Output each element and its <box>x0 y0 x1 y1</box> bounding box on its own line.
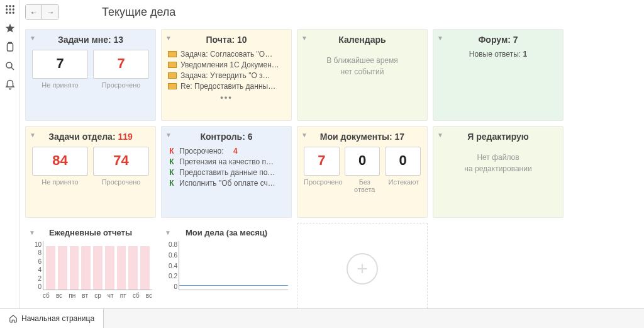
bell-icon[interactable] <box>4 79 16 91</box>
svg-point-6 <box>6 12 8 14</box>
widget-title: Почта: 10 <box>168 35 285 45</box>
plus-icon: + <box>347 253 378 285</box>
widget-tasks-dept[interactable]: ▼ Задачи отдела: 119 84 74 Не принятоПро… <box>25 126 156 218</box>
widget-title: Мои документы: 17 <box>304 132 421 142</box>
dashboard: ▼ Задачи мне: 13 7 7 Не принятоПросрочен… <box>20 24 644 308</box>
mail-item[interactable]: Задача: Утвердить "О з… <box>168 71 285 80</box>
more-icon[interactable]: ••• <box>168 93 285 102</box>
widget-title: Я редактирую <box>440 132 557 142</box>
control-row[interactable]: КИсполнить "Об оплате сч… <box>168 179 285 188</box>
svg-point-3 <box>6 8 8 10</box>
svg-point-10 <box>6 62 12 68</box>
widget-title: Мои дела (за месяц) <box>165 228 288 237</box>
empty-text: Нет файловна редактировании <box>440 152 557 174</box>
metric-not-accepted[interactable]: 84 <box>32 147 88 176</box>
chevron-down-icon[interactable]: ▼ <box>165 35 172 42</box>
forum-line: Новые ответы: 1 <box>440 50 557 59</box>
nav-back-button[interactable]: ← <box>26 5 42 19</box>
svg-point-2 <box>12 5 14 7</box>
chevron-down-icon[interactable]: ▼ <box>165 132 172 139</box>
svg-point-0 <box>6 5 8 7</box>
metric-not-accepted[interactable]: 7 <box>32 50 88 79</box>
nav-history: ← → <box>25 4 59 20</box>
svg-point-1 <box>9 5 11 7</box>
envelope-icon <box>168 83 177 89</box>
empty-text: В ближайшее времянет событий <box>304 55 421 77</box>
envelope-icon <box>168 72 177 79</box>
svg-point-5 <box>12 8 14 10</box>
widget-title: Ежедневные отчеты <box>29 228 152 237</box>
nav-forward-button[interactable]: → <box>42 5 58 19</box>
widget-tasks-me[interactable]: ▼ Задачи мне: 13 7 7 Не принятоПросрочен… <box>25 29 156 121</box>
control-row[interactable]: КПретензия на качество п… <box>168 157 285 166</box>
widget-mail[interactable]: ▼ Почта: 10 Задача: Согласовать "О… Увед… <box>161 29 292 121</box>
line-chart: 0.80.60.40.20 <box>165 241 288 298</box>
mail-item[interactable]: Re: Предоставить данны… <box>168 82 285 91</box>
metric-expiring[interactable]: 0 <box>385 147 421 176</box>
mail-item[interactable]: Уведомления 1С Докумен… <box>168 60 285 69</box>
apps-icon[interactable] <box>4 4 16 15</box>
svg-point-8 <box>12 12 14 14</box>
clipboard-icon[interactable] <box>4 42 16 53</box>
widget-daily-reports[interactable]: ▼ Ежедневные отчеты 1086420 сбвспнвтсрчт… <box>25 223 156 308</box>
chevron-down-icon[interactable]: ▼ <box>301 132 308 139</box>
metric-no-answer[interactable]: 0 <box>345 147 380 176</box>
metric-overdue[interactable]: 74 <box>93 147 149 176</box>
envelope-icon <box>168 51 177 57</box>
widget-title: Календарь <box>304 35 421 45</box>
home-icon <box>9 314 18 323</box>
bottom-tabstrip: Начальная страница <box>0 308 644 328</box>
widget-my-documents[interactable]: ▼ Мои документы: 17 7 0 0 ПросроченоБез … <box>297 126 428 218</box>
left-iconbar <box>0 0 20 308</box>
page-title: Текущие дела <box>102 6 175 19</box>
chevron-down-icon[interactable]: ▼ <box>30 132 36 139</box>
widget-title: Задачи отдела: 119 <box>32 132 149 142</box>
widget-calendar[interactable]: ▼ Календарь В ближайшее времянет событий <box>297 29 428 121</box>
search-icon[interactable] <box>4 60 16 72</box>
chevron-down-icon[interactable]: ▼ <box>301 35 308 42</box>
svg-point-4 <box>9 8 11 10</box>
tab-home[interactable]: Начальная страница <box>0 309 104 328</box>
chevron-down-icon[interactable]: ▼ <box>165 229 171 236</box>
control-row[interactable]: КПредоставить данные по… <box>168 168 285 177</box>
chevron-down-icon[interactable]: ▼ <box>30 35 36 42</box>
control-row[interactable]: КПросрочено: 4 <box>168 147 285 156</box>
widget-title: Задачи мне: 13 <box>32 35 149 45</box>
star-icon[interactable] <box>4 23 16 34</box>
metric-overdue[interactable]: 7 <box>304 147 340 176</box>
widget-control[interactable]: ▼ Контроль: 6 КПросрочено: 4 КПретензия … <box>161 126 292 218</box>
widget-my-business[interactable]: ▼ Мои дела (за месяц) 0.80.60.40.20 <box>161 223 292 308</box>
widget-editing[interactable]: ▼ Я редактирую Нет файловна редактирован… <box>433 126 564 218</box>
widget-title: Контроль: 6 <box>168 132 285 142</box>
widget-title: Форум: 7 <box>440 35 557 45</box>
topbar: ← → Текущие дела <box>20 0 644 24</box>
chevron-down-icon[interactable]: ▼ <box>437 35 443 42</box>
add-widget-button[interactable]: + <box>297 223 428 308</box>
bar-chart: 1086420 сбвспнвтсрчтптсбвс <box>29 241 152 298</box>
svg-point-7 <box>9 12 11 14</box>
metric-overdue[interactable]: 7 <box>93 50 149 79</box>
widget-forum[interactable]: ▼ Форум: 7 Новые ответы: 1 <box>433 29 564 121</box>
svg-rect-9 <box>7 43 13 51</box>
chevron-down-icon[interactable]: ▼ <box>437 132 443 139</box>
envelope-icon <box>168 62 177 68</box>
mail-item[interactable]: Задача: Согласовать "О… <box>168 50 285 59</box>
chevron-down-icon[interactable]: ▼ <box>29 229 35 236</box>
